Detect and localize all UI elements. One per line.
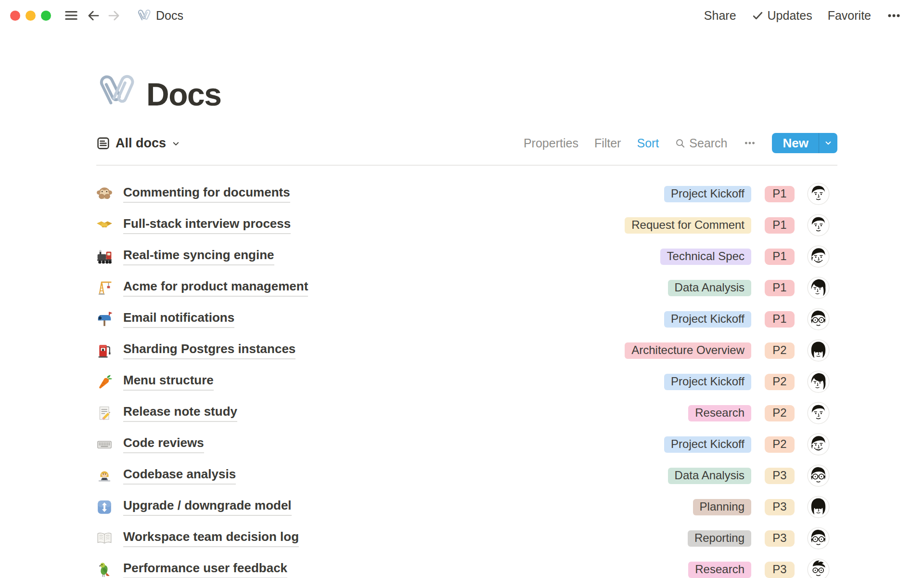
- zoom-window-button[interactable]: [41, 11, 51, 21]
- close-window-button[interactable]: [10, 11, 20, 21]
- view-toolbar: All docs Properties Filter Sort Search N…: [96, 133, 837, 153]
- doc-priority-badge[interactable]: P3: [765, 468, 795, 484]
- window-title: Docs: [156, 9, 183, 23]
- new-button-label[interactable]: New: [772, 133, 819, 153]
- properties-button[interactable]: Properties: [524, 136, 578, 150]
- doc-owner-avatar[interactable]: [807, 496, 830, 518]
- doc-owner-avatar[interactable]: [807, 183, 830, 205]
- doc-owner-avatar[interactable]: [807, 370, 830, 393]
- hamburger-menu-icon[interactable]: [64, 8, 78, 23]
- window-titlebar: Docs Share Updates Favorite: [0, 0, 924, 31]
- toolbar-more-button[interactable]: [744, 137, 756, 149]
- doc-emoji-icon: [96, 217, 113, 234]
- favorite-button[interactable]: Favorite: [828, 9, 871, 23]
- doc-row: Sharding Postgres instances Architecture…: [96, 335, 837, 366]
- page-title: Docs: [146, 79, 221, 111]
- doc-title-link[interactable]: Commenting for documents: [123, 185, 290, 203]
- doc-tag-badge[interactable]: Research: [688, 405, 751, 421]
- ellipsis-icon: [744, 137, 756, 149]
- doc-title-link[interactable]: Full-stack interview process: [123, 216, 291, 234]
- doc-title-link[interactable]: Menu structure: [123, 373, 214, 391]
- doc-tag-badge[interactable]: Data Analysis: [668, 280, 751, 296]
- doc-priority-badge[interactable]: P1: [765, 249, 795, 265]
- share-button[interactable]: Share: [704, 9, 736, 23]
- sort-button[interactable]: Sort: [637, 136, 659, 150]
- filter-button[interactable]: Filter: [594, 136, 621, 150]
- doc-owner-avatar[interactable]: [807, 433, 830, 456]
- doc-emoji-icon: [96, 249, 113, 265]
- doc-owner-avatar[interactable]: [807, 527, 830, 550]
- doc-priority-badge[interactable]: P1: [765, 217, 795, 234]
- new-button[interactable]: New: [772, 133, 837, 153]
- back-arrow-icon[interactable]: [87, 9, 101, 23]
- doc-priority-badge[interactable]: P1: [765, 280, 795, 296]
- doc-tag-badge[interactable]: Project Kickoff: [664, 436, 751, 453]
- doc-owner-avatar[interactable]: [807, 558, 830, 578]
- doc-tag-badge[interactable]: Architecture Overview: [625, 342, 751, 359]
- view-selector[interactable]: All docs: [96, 136, 180, 151]
- doc-owner-avatar[interactable]: [807, 402, 830, 424]
- doc-owner-avatar[interactable]: [807, 276, 830, 299]
- updates-button[interactable]: Updates: [752, 9, 812, 23]
- doc-tag-badge[interactable]: Project Kickoff: [664, 374, 751, 390]
- doc-row: Email notifications Project Kickoff P1: [96, 303, 837, 335]
- doc-tag-badge[interactable]: Research: [688, 562, 751, 578]
- doc-tag-badge[interactable]: Reporting: [688, 530, 751, 547]
- page-content: Docs All docs Properties Filter Sort Sea…: [96, 31, 837, 578]
- new-dropdown-button[interactable]: [819, 133, 837, 153]
- doc-title-link[interactable]: Email notifications: [123, 310, 234, 328]
- doc-row: Acme for product management Data Analysi…: [96, 272, 837, 303]
- page-header: Docs: [96, 71, 837, 111]
- window-more-button[interactable]: [886, 8, 901, 23]
- doc-tag-badge[interactable]: Data Analysis: [668, 468, 751, 484]
- doc-title-link[interactable]: Codebase analysis: [123, 467, 236, 485]
- doc-priority-badge[interactable]: P3: [765, 499, 795, 515]
- doc-priority-badge[interactable]: P1: [765, 311, 795, 328]
- paperclip-icon: [137, 8, 151, 23]
- forward-arrow-icon[interactable]: [107, 9, 121, 23]
- traffic-lights: [10, 11, 51, 21]
- doc-priority-badge[interactable]: P3: [765, 562, 795, 578]
- doc-title-link[interactable]: Real-time syncing engine: [123, 248, 274, 265]
- doc-row: Commenting for documents Project Kickoff…: [96, 178, 837, 210]
- doc-title-link[interactable]: Acme for product management: [123, 279, 308, 297]
- doc-emoji-icon: [96, 280, 113, 296]
- doc-priority-badge[interactable]: P2: [765, 436, 795, 453]
- doc-title-link[interactable]: Sharding Postgres instances: [123, 342, 295, 359]
- doc-priority-badge[interactable]: P3: [765, 530, 795, 547]
- chevron-down-icon: [171, 139, 180, 148]
- doc-emoji-icon: [96, 186, 113, 202]
- doc-emoji-icon: [96, 468, 113, 484]
- doc-owner-avatar[interactable]: [807, 214, 830, 236]
- doc-title-link[interactable]: Upgrade / downgrade model: [123, 498, 292, 516]
- check-icon: [752, 10, 764, 22]
- doc-tag-badge[interactable]: Technical Spec: [660, 249, 751, 265]
- doc-title-link[interactable]: Workspace team decision log: [123, 529, 299, 547]
- doc-tag-badge[interactable]: Project Kickoff: [664, 186, 751, 202]
- minimize-window-button[interactable]: [26, 11, 36, 21]
- doc-row: Code reviews Project Kickoff P2: [96, 429, 837, 460]
- doc-title-link[interactable]: Code reviews: [123, 435, 204, 453]
- doc-priority-badge[interactable]: P2: [765, 342, 795, 359]
- doc-owner-avatar[interactable]: [807, 245, 830, 268]
- doc-tag-badge[interactable]: Planning: [693, 499, 751, 515]
- doc-emoji-icon: [96, 342, 113, 359]
- doc-emoji-icon: [96, 436, 113, 453]
- doc-title-link[interactable]: Performance user feedback: [123, 561, 287, 578]
- toolbar-divider: [96, 165, 837, 166]
- doc-priority-badge[interactable]: P2: [765, 405, 795, 421]
- doc-priority-badge[interactable]: P2: [765, 374, 795, 390]
- linked-paperclips-page-icon[interactable]: [96, 71, 136, 111]
- doc-owner-avatar[interactable]: [807, 339, 830, 362]
- doc-owner-avatar[interactable]: [807, 308, 830, 330]
- doc-priority-badge[interactable]: P1: [765, 186, 795, 202]
- doc-owner-avatar[interactable]: [807, 464, 830, 487]
- doc-tag-badge[interactable]: Request for Comment: [625, 217, 751, 234]
- doc-emoji-icon: [96, 405, 113, 421]
- doc-title-link[interactable]: Release note study: [123, 404, 237, 422]
- search-button[interactable]: Search: [675, 136, 727, 150]
- doc-emoji-icon: [96, 311, 113, 328]
- doc-row: Performance user feedback Research P3: [96, 554, 837, 578]
- doc-tag-badge[interactable]: Project Kickoff: [664, 311, 751, 328]
- doc-emoji-icon: [96, 530, 113, 547]
